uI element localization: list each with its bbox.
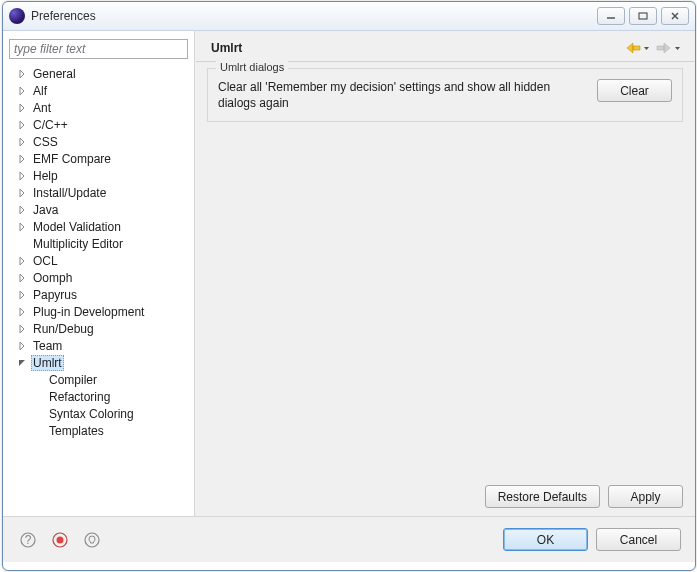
tree-item-label: OCL — [31, 254, 60, 268]
tree-item[interactable]: Templates — [9, 422, 188, 439]
tree-item[interactable]: Ant — [9, 99, 188, 116]
tree-item-label: Ant — [31, 101, 53, 115]
svg-point-6 — [85, 533, 99, 547]
tree-item[interactable]: Plug-in Development — [9, 303, 188, 320]
tree-item-label: Install/Update — [31, 186, 108, 200]
twisty-collapsed-icon[interactable] — [17, 69, 27, 79]
preferences-window: Preferences GeneralAlfAntC/C++CSSEMF Com… — [2, 1, 696, 571]
tree-item-label: C/C++ — [31, 118, 70, 132]
tree-item[interactable]: C/C++ — [9, 116, 188, 133]
tree-item[interactable]: Oomph — [9, 269, 188, 286]
tree-item[interactable]: Model Validation — [9, 218, 188, 235]
eclipse-icon — [9, 8, 25, 24]
minimize-button[interactable] — [597, 7, 625, 25]
tree-item-label: General — [31, 67, 78, 81]
tree-item-label: Multiplicity Editor — [31, 237, 125, 251]
tree-item-label: Umlrt — [31, 355, 64, 371]
twisty-collapsed-icon[interactable] — [17, 188, 27, 198]
tree-item[interactable]: CSS — [9, 133, 188, 150]
record-icon[interactable] — [49, 529, 71, 551]
twisty-collapsed-icon[interactable] — [17, 103, 27, 113]
tree-item-label: Java — [31, 203, 60, 217]
tree-item[interactable]: Java — [9, 201, 188, 218]
tree-item-label: Templates — [47, 424, 106, 438]
cancel-button[interactable]: Cancel — [596, 528, 681, 551]
help-icon[interactable]: ? — [17, 529, 39, 551]
svg-point-5 — [57, 536, 64, 543]
tree-item-label: Refactoring — [47, 390, 112, 404]
twisty-collapsed-icon[interactable] — [17, 137, 27, 147]
tree-item[interactable]: Compiler — [9, 371, 188, 388]
lightbulb-icon[interactable] — [81, 529, 103, 551]
twisty-collapsed-icon[interactable] — [17, 86, 27, 96]
window-title: Preferences — [31, 9, 593, 23]
tree-item[interactable]: Help — [9, 167, 188, 184]
tree-item[interactable]: Alf — [9, 82, 188, 99]
page-title: Umlrt — [211, 41, 619, 55]
ok-button[interactable]: OK — [503, 528, 588, 551]
twisty-expanded-icon[interactable] — [17, 358, 27, 368]
twisty-collapsed-icon[interactable] — [17, 290, 27, 300]
tree-item[interactable]: Team — [9, 337, 188, 354]
close-button[interactable] — [661, 7, 689, 25]
tree-item-label: Oomph — [31, 271, 74, 285]
tree-item[interactable]: Install/Update — [9, 184, 188, 201]
restore-defaults-button[interactable]: Restore Defaults — [485, 485, 600, 508]
svg-rect-1 — [639, 13, 647, 19]
tree-item-label: Team — [31, 339, 64, 353]
tree-item[interactable]: General — [9, 65, 188, 82]
twisty-collapsed-icon[interactable] — [17, 222, 27, 232]
sidebar: GeneralAlfAntC/C++CSSEMF CompareHelpInst… — [3, 31, 195, 516]
nav-back-button[interactable] — [625, 42, 650, 54]
apply-button[interactable]: Apply — [608, 485, 683, 508]
tree-item-label: Alf — [31, 84, 49, 98]
twisty-collapsed-icon[interactable] — [17, 273, 27, 283]
maximize-button[interactable] — [629, 7, 657, 25]
tree-item-label: Plug-in Development — [31, 305, 146, 319]
tree-item[interactable]: Refactoring — [9, 388, 188, 405]
twisty-collapsed-icon[interactable] — [17, 307, 27, 317]
tree-item-label: EMF Compare — [31, 152, 113, 166]
tree-item[interactable]: EMF Compare — [9, 150, 188, 167]
group-title: Umlrt dialogs — [216, 61, 288, 73]
main-pane: Umlrt Umlrt dialogs Clear all 'Remember … — [195, 31, 695, 516]
tree-item[interactable]: Multiplicity Editor — [9, 235, 188, 252]
clear-button[interactable]: Clear — [597, 79, 672, 102]
tree-item[interactable]: Syntax Coloring — [9, 405, 188, 422]
tree-item-label: Model Validation — [31, 220, 123, 234]
twisty-collapsed-icon[interactable] — [17, 171, 27, 181]
tree-item[interactable]: Papyrus — [9, 286, 188, 303]
tree-item-label: Run/Debug — [31, 322, 96, 336]
tree-item[interactable]: OCL — [9, 252, 188, 269]
twisty-collapsed-icon[interactable] — [17, 341, 27, 351]
twisty-collapsed-icon[interactable] — [17, 154, 27, 164]
tree-item[interactable]: Run/Debug — [9, 320, 188, 337]
twisty-collapsed-icon[interactable] — [17, 256, 27, 266]
nav-forward-button[interactable] — [656, 42, 681, 54]
bottom-bar: ? OK Cancel — [3, 516, 695, 562]
tree-item-label: Papyrus — [31, 288, 79, 302]
twisty-collapsed-icon[interactable] — [17, 120, 27, 130]
tree-item[interactable]: Umlrt — [9, 354, 188, 371]
umlrt-dialogs-group: Umlrt dialogs Clear all 'Remember my dec… — [207, 68, 683, 122]
twisty-collapsed-icon[interactable] — [17, 205, 27, 215]
titlebar[interactable]: Preferences — [3, 2, 695, 31]
filter-input[interactable] — [9, 39, 188, 59]
group-description: Clear all 'Remember my decision' setting… — [218, 79, 587, 111]
twisty-collapsed-icon[interactable] — [17, 324, 27, 334]
tree-item-label: Compiler — [47, 373, 99, 387]
tree-item-label: Syntax Coloring — [47, 407, 136, 421]
tree-item-label: Help — [31, 169, 60, 183]
svg-text:?: ? — [25, 533, 32, 547]
tree-item-label: CSS — [31, 135, 60, 149]
preferences-tree: GeneralAlfAntC/C++CSSEMF CompareHelpInst… — [9, 65, 188, 439]
